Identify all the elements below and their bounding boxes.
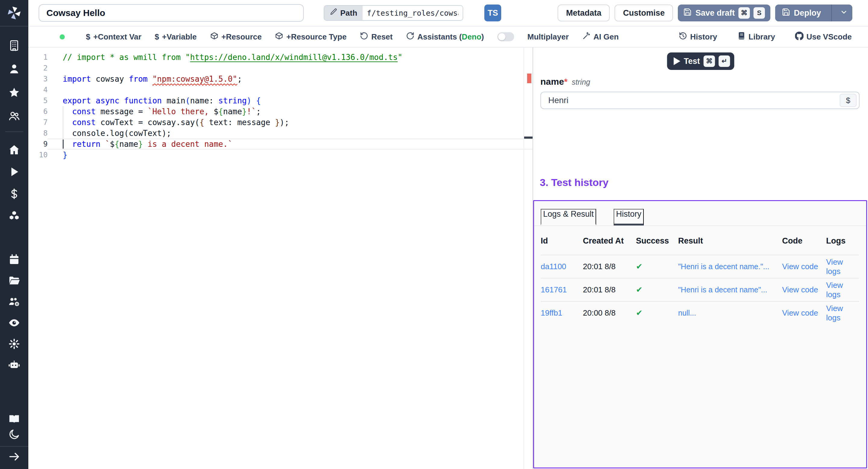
result-link[interactable]: "Henri is a decent name"... xyxy=(678,285,782,294)
save-icon xyxy=(683,8,692,19)
run-id-link[interactable]: 19ffb1 xyxy=(541,308,583,318)
view-code-link[interactable]: View code xyxy=(782,308,826,318)
result-link[interactable]: "Henri is a decent name."... xyxy=(678,262,782,271)
view-code-link[interactable]: View code xyxy=(782,285,826,294)
github-icon xyxy=(795,32,804,42)
code-lines: 1// import * as wmill from "https://deno… xyxy=(28,52,532,160)
code-line-4[interactable]: 4 xyxy=(28,84,532,95)
history-clock-icon xyxy=(679,32,687,42)
reset-button[interactable]: Reset xyxy=(360,32,393,42)
name-argument-input[interactable] xyxy=(542,96,840,105)
code-editor[interactable]: 1// import * as wmill from "https://deno… xyxy=(28,48,532,469)
line-content: export async function main(name: string)… xyxy=(48,95,532,106)
sidebar-item-bot[interactable] xyxy=(8,359,21,372)
code-line-3[interactable]: 3import cowsay from "npm:cowsay@1.5.0"; xyxy=(28,73,532,84)
sidebar-item-calendar[interactable] xyxy=(8,254,21,267)
code-line-2[interactable]: 2 xyxy=(28,63,532,73)
code-line-7[interactable]: 7 const cowText = cowsay.say({ text: mes… xyxy=(28,117,532,128)
customise-button[interactable]: Customise xyxy=(615,4,673,22)
code-line-5[interactable]: 5export async function main(name: string… xyxy=(28,95,532,106)
line-content: } xyxy=(48,150,532,160)
view-logs-link[interactable]: View logs xyxy=(826,281,859,299)
content: 1// import * as wmill from "https://deno… xyxy=(28,48,868,469)
error-marker xyxy=(527,73,531,83)
code-line-9[interactable]: 9 return `${name} is a decent name.` xyxy=(28,139,532,150)
status-dot xyxy=(60,34,65,39)
created-at: 20:00 8/8 xyxy=(583,308,636,318)
line-content xyxy=(48,63,532,73)
view-logs-link[interactable]: View logs xyxy=(826,304,859,322)
line-content: const message = `Hello there, ${name}!`; xyxy=(48,106,532,117)
windmill-logo[interactable] xyxy=(0,0,28,27)
result-link[interactable]: null... xyxy=(678,309,782,317)
tab-logs-result[interactable]: Logs & Result xyxy=(541,209,596,225)
refresh-icon xyxy=(406,32,414,42)
deploy-button-group: Deploy xyxy=(775,4,852,22)
run-id-link[interactable]: da1100 xyxy=(541,262,583,271)
code-line-6[interactable]: 6 const message = `Hello there, ${name}!… xyxy=(28,106,532,117)
add-resource-button[interactable]: +Resource xyxy=(210,32,262,42)
metadata-button[interactable]: Metadata xyxy=(558,4,610,22)
table-row: 19ffb120:00 8/8✔null...View codeView log… xyxy=(541,301,859,324)
sidebar-item-users[interactable] xyxy=(8,110,21,123)
line-number: 5 xyxy=(28,95,48,106)
use-vscode-button[interactable]: Use VScode xyxy=(795,32,852,42)
deno-label: Deno xyxy=(462,32,481,41)
edit-path-button[interactable]: Path xyxy=(324,6,363,20)
save-draft-button[interactable]: Save draft ⌘ S xyxy=(678,4,770,22)
table-row: da110020:01 8/8✔"Henri is a decent name.… xyxy=(541,255,859,278)
ai-gen-button[interactable]: AI Gen xyxy=(582,32,619,42)
deploy-dropdown-button[interactable] xyxy=(835,4,852,22)
cmd-key-badge: ⌘ xyxy=(738,7,750,19)
code-line-1[interactable]: 1// import * as wmill from "https://deno… xyxy=(28,52,532,63)
test-button[interactable]: Test ⌘ ↵ xyxy=(667,53,735,70)
add-resource-type-button[interactable]: +Resource Type xyxy=(275,32,347,42)
sidebar-item-user[interactable] xyxy=(8,63,21,76)
right-panel: Test ⌘ ↵ name * string $ 3. Test histo xyxy=(533,48,868,469)
required-asterisk: * xyxy=(564,76,567,87)
view-code-link[interactable]: View code xyxy=(782,262,826,271)
users-icon xyxy=(8,110,20,123)
add-variable-button[interactable]: $+Variable xyxy=(155,32,196,41)
created-at: 20:01 8/8 xyxy=(583,285,636,294)
multiplayer-label: Multiplayer xyxy=(527,32,569,41)
sidebar-item-building[interactable] xyxy=(8,40,21,53)
column-header-created-at: Created At xyxy=(583,236,636,246)
sidebar-group-top xyxy=(8,40,21,123)
script-title-input[interactable] xyxy=(38,4,304,22)
code-line-10[interactable]: 10} xyxy=(28,150,532,160)
run-id-link[interactable]: 161761 xyxy=(541,285,583,294)
typescript-badge: TS xyxy=(484,4,501,22)
multiplayer-toggle[interactable] xyxy=(497,32,514,41)
sidebar-item-eye[interactable] xyxy=(8,317,21,330)
home-icon xyxy=(8,144,20,157)
sidebar-item-home[interactable] xyxy=(8,144,21,157)
sidebar-item-dollar[interactable] xyxy=(8,188,21,201)
dollar-icon: $ xyxy=(86,32,90,41)
path-input[interactable] xyxy=(363,6,463,20)
editor-overview-ruler[interactable] xyxy=(524,48,532,469)
add-context-var-button[interactable]: $+Context Var xyxy=(86,32,141,41)
view-logs-link[interactable]: View logs xyxy=(826,257,859,276)
sidebar-group-bottom xyxy=(8,413,21,441)
insert-variable-button[interactable]: $ xyxy=(840,94,857,107)
sidebar-item-star[interactable] xyxy=(8,87,21,99)
sidebar-item-play[interactable] xyxy=(8,166,21,179)
package-icon xyxy=(275,32,283,42)
sidebar-item-gear[interactable] xyxy=(8,338,21,351)
library-button[interactable]: Library xyxy=(737,32,775,42)
sidebar-item-book-open[interactable] xyxy=(8,413,21,426)
sidebar-item-users-gear[interactable] xyxy=(8,296,21,309)
assistants-button[interactable]: Assistants (Deno) xyxy=(406,32,484,42)
sidebar-item-folder[interactable] xyxy=(8,275,21,287)
history-table-header: IdCreated AtSuccessResultCodeLogs xyxy=(541,236,859,255)
history-tabs: Logs & ResultHistory xyxy=(534,201,866,226)
deploy-button[interactable]: Deploy xyxy=(775,4,828,22)
sidebar-item-moon[interactable] xyxy=(8,429,21,441)
code-line-8[interactable]: 8 console.log(cowText); xyxy=(28,128,532,139)
sidebar-item-boxes[interactable] xyxy=(8,210,21,223)
enter-key-badge: ↵ xyxy=(718,56,730,67)
history-button[interactable]: History xyxy=(679,32,717,42)
sidebar-item-arrow-right[interactable] xyxy=(8,451,21,464)
tab-history[interactable]: History xyxy=(614,209,644,225)
